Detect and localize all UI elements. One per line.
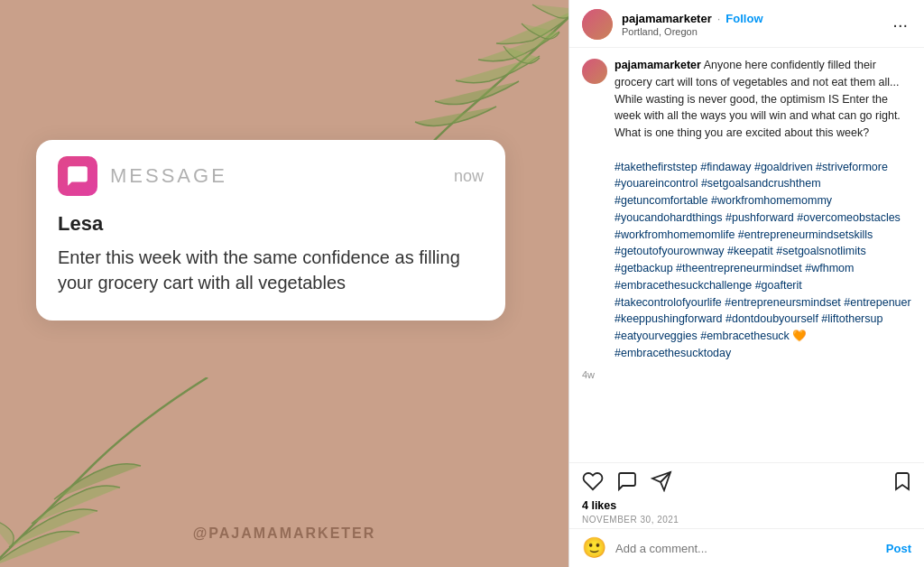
notification-sender: Lesa	[58, 212, 484, 236]
username-row: pajamamarketer · Follow	[622, 12, 889, 25]
message-icon-svg	[66, 164, 89, 188]
comment-icon[interactable]	[616, 470, 638, 496]
notification-message: Enter this week with the same confidence…	[58, 245, 484, 295]
avatar	[582, 9, 613, 40]
share-icon[interactable]	[651, 470, 672, 496]
likes-count: 4 likes	[582, 499, 911, 512]
caption-timestamp: 4w	[582, 369, 911, 380]
dot-separator: ·	[717, 12, 721, 25]
caption-avatar	[582, 59, 607, 84]
caption-username: pajamamarketer	[614, 59, 701, 71]
actions-bar: 4 likes NOVEMBER 30, 2021	[569, 462, 924, 528]
notification-time: now	[454, 167, 484, 186]
caption-text: pajamamarketer Anyone here confidently f…	[614, 57, 911, 362]
post-button[interactable]: Post	[886, 542, 911, 555]
comment-input[interactable]	[615, 542, 886, 555]
palm-leaf-bottom-left	[0, 377, 226, 567]
notification-label: MESSAGE	[110, 164, 454, 188]
emoji-icon[interactable]: 🙂	[582, 536, 606, 560]
comment-input-row: 🙂 Post	[569, 528, 924, 567]
post-date: NOVEMBER 30, 2021	[582, 515, 911, 525]
more-options-icon[interactable]: ···	[889, 14, 911, 35]
handle-text: @PAJAMAMARKETER	[193, 525, 376, 542]
left-panel: MESSAGE now Lesa Enter this week with th…	[0, 0, 568, 567]
username: pajamamarketer	[622, 12, 712, 25]
avatar-image	[582, 9, 613, 40]
caption-area: pajamamarketer Anyone here confidently f…	[569, 48, 924, 462]
bookmark-icon[interactable]	[892, 470, 911, 496]
like-icon[interactable]	[582, 470, 604, 496]
right-panel: pajamamarketer · Follow Portland, Oregon…	[568, 0, 924, 567]
message-bubble-icon	[58, 156, 97, 196]
header-info: pajamamarketer · Follow Portland, Oregon	[622, 12, 889, 37]
post-header: pajamamarketer · Follow Portland, Oregon…	[569, 0, 924, 48]
hashtags: #takethefirststep #findaway #goaldriven …	[614, 161, 911, 359]
notification-card: MESSAGE now Lesa Enter this week with th…	[36, 140, 505, 321]
location: Portland, Oregon	[622, 26, 889, 37]
notification-header: MESSAGE now	[58, 156, 484, 196]
caption-row: pajamamarketer Anyone here confidently f…	[582, 57, 911, 362]
follow-button[interactable]: Follow	[725, 12, 762, 25]
action-icons	[582, 470, 911, 496]
